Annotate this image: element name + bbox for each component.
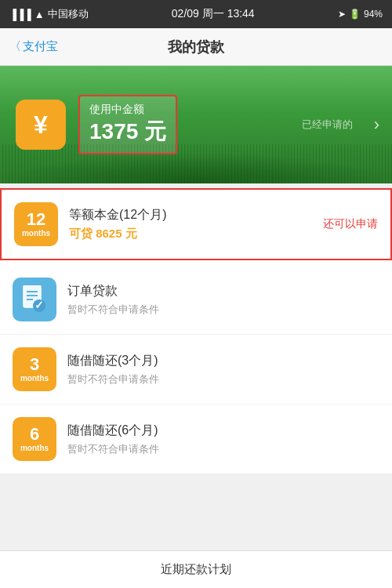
status-right: ➤ 🔋 94% — [338, 9, 383, 20]
months-icon-6: 6 months — [13, 417, 56, 461]
wifi-icon: ▲ — [34, 9, 45, 20]
item-sub: 暂时不符合申请条件 — [67, 303, 379, 317]
item-title: 随借随还(6个月) — [67, 423, 379, 439]
months-num: 6 — [30, 426, 39, 443]
item-title: 订单贷款 — [67, 283, 379, 299]
loan-list: 12 months 等额本金(12个月) 可贷 8625 元 还可以申请 ✓ — [0, 188, 392, 474]
battery-icon: 🔋 — [349, 9, 361, 20]
item-title: 等额本金(12个月) — [69, 207, 323, 223]
months-unit: months — [20, 374, 49, 383]
item-content-flex-6m: 随借随还(6个月) 暂时不符合申请条件 — [67, 423, 379, 456]
list-item[interactable]: 12 months 等额本金(12个月) 可贷 8625 元 还可以申请 — [0, 188, 392, 260]
item-content-flex-3m: 随借随还(3个月) 暂时不符合申请条件 — [67, 353, 379, 387]
battery-label: 94% — [364, 9, 383, 20]
item-title: 随借随还(3个月) — [67, 353, 379, 369]
list-item[interactable]: ✓ 订单贷款 暂时不符合申请条件 — [0, 265, 392, 335]
chevron-left-icon: 〈 — [9, 39, 21, 54]
nav-bar: 〈 支付宝 我的贷款 — [0, 28, 392, 66]
doc-icon: ✓ — [13, 278, 56, 321]
back-label: 支付宝 — [23, 39, 58, 54]
months-icon-3: 3 months — [13, 347, 56, 391]
yen-icon: ¥ — [16, 100, 66, 150]
yen-symbol: ¥ — [34, 111, 48, 140]
hero-info-box: 使用中金额 1375 元 — [78, 95, 177, 154]
months-unit: months — [20, 444, 49, 452]
item-sub: 暂时不符合申请条件 — [67, 442, 379, 456]
back-button[interactable]: 〈 支付宝 — [9, 39, 58, 54]
months-icon-12: 12 months — [14, 202, 58, 246]
footer-label: 近期还款计划 — [161, 562, 231, 577]
svg-text:✓: ✓ — [34, 299, 44, 311]
item-action-apply[interactable]: 还可以申请 — [323, 217, 378, 231]
months-num: 3 — [30, 356, 39, 373]
months-num: 12 — [27, 211, 45, 228]
item-sub: 暂时不符合申请条件 — [67, 372, 379, 387]
hero-banner[interactable]: ¥ 使用中金额 1375 元 已经申请的 › — [0, 66, 392, 183]
sub-amount: 8625 元 — [96, 227, 137, 240]
item-content-equal-principal: 等额本金(12个月) 可贷 8625 元 — [69, 207, 323, 241]
status-bar: ▐▐▐ ▲ 中国移动 02/09 周一 13:44 ➤ 🔋 94% — [0, 0, 392, 28]
page-title: 我的贷款 — [168, 38, 224, 56]
months-unit: months — [22, 229, 50, 238]
hero-label: 使用中金额 — [89, 103, 166, 117]
list-item[interactable]: 6 months 随借随还(6个月) 暂时不符合申请条件 — [0, 405, 392, 474]
bottom-footer[interactable]: 近期还款计划 — [0, 550, 392, 588]
location-icon: ➤ — [338, 9, 346, 20]
hero-chevron-right-icon[interactable]: › — [374, 114, 379, 135]
hero-amount: 1375 元 — [89, 117, 166, 147]
item-content-order-loan: 订单贷款 暂时不符合申请条件 — [67, 283, 379, 317]
grass-decoration — [0, 144, 392, 183]
sub-label: 可贷 — [69, 227, 93, 240]
signal-icon: ▐▐▐ — [9, 9, 31, 20]
carrier-label: 中国移动 — [48, 7, 89, 21]
item-sub-amount: 可贷 8625 元 — [69, 227, 323, 241]
hero-applied-text: 已经申请的 — [302, 118, 353, 132]
list-item[interactable]: 3 months 随借随还(3个月) 暂时不符合申请条件 — [0, 335, 392, 405]
status-time: 02/09 周一 13:44 — [172, 7, 255, 21]
status-left: ▐▐▐ ▲ 中国移动 — [9, 7, 89, 21]
